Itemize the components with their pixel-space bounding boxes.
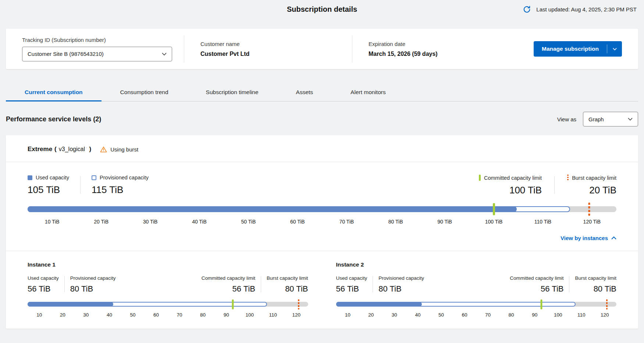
- used-capacity-label: Used capacity: [36, 175, 69, 181]
- manage-subscription-caret-button[interactable]: [607, 41, 622, 57]
- burst-warning-text: Using burst: [110, 146, 138, 153]
- burst-limit-metric: Burst capacity limit 20 TiB: [567, 175, 616, 196]
- axis-tick: 90: [214, 312, 238, 318]
- view-as-select[interactable]: Graph: [583, 112, 638, 126]
- paren-close: ): [89, 146, 92, 153]
- axis-tick: 60 TiB: [273, 219, 322, 225]
- axis-tick: 80: [499, 312, 523, 318]
- divider: [261, 276, 261, 292]
- manage-subscription-button[interactable]: Manage subscription: [534, 41, 607, 57]
- paren-open: (: [54, 146, 57, 153]
- axis-tick: 120: [593, 312, 617, 318]
- service-level-card: Extreme ( v3_logical ˋ ) Using burst Use…: [6, 135, 638, 329]
- instance-committed-stat: Committed capacity limit 56 TiB: [202, 275, 255, 294]
- chevron-down-icon: [628, 118, 633, 121]
- burst-limit-swatch-icon: [567, 175, 569, 181]
- committed-limit-value: 100 TiB: [479, 185, 542, 196]
- used-capacity-bar: [28, 206, 517, 212]
- last-updated-text: Last updated: Aug 4, 2025, 2:30 PM PST: [536, 6, 637, 12]
- manage-subscription-split-button: Manage subscription: [534, 41, 622, 57]
- used-capacity-bar: [336, 302, 422, 307]
- section-title: Performance service levels (2): [6, 115, 557, 123]
- provisioned-capacity-swatch-icon: [92, 175, 96, 180]
- instance-capacity-bar: [28, 302, 308, 307]
- axis-tick: 50 TiB: [224, 219, 273, 225]
- performance-section-header: Performance service levels (2) View as G…: [6, 112, 638, 126]
- axis-tick: 70: [476, 312, 500, 318]
- view-by-instances-link[interactable]: View by instances: [561, 235, 616, 241]
- committed-limit-marker: [540, 299, 542, 309]
- capacity-axis: 10 TiB 20 TiB 30 TiB 40 TiB 50 TiB 60 Ti…: [28, 219, 616, 225]
- instance-burst-stat: Burst capacity limit 80 TiB: [575, 275, 616, 294]
- committed-limit-marker: [493, 203, 495, 215]
- customer-name-label: Customer name: [200, 41, 352, 47]
- axis-tick: 80 TiB: [371, 219, 420, 225]
- tab-alert-monitors[interactable]: Alert monitors: [332, 85, 405, 101]
- axis-tick: 20: [51, 312, 75, 318]
- divider: [80, 176, 81, 194]
- tab-current-consumption[interactable]: Current consumption: [6, 85, 102, 101]
- instance-panel-2: Instance 2 Used capacity 56 TiB Provisio…: [336, 261, 617, 318]
- axis-tick: 100 TiB: [469, 219, 518, 225]
- tab-subscription-timeline[interactable]: Subscription timeline: [187, 85, 277, 101]
- axis-tick: 10: [336, 312, 360, 318]
- page-title: Subscription details: [287, 5, 357, 14]
- axis-tick: 90 TiB: [420, 219, 469, 225]
- axis-tick: 20 TiB: [77, 219, 125, 225]
- axis-tick: 40: [406, 312, 430, 318]
- instance-panel-1: Instance 1 Used capacity 56 TiB Provisio…: [28, 261, 308, 318]
- customer-name-field: Customer name Customer Pvt Ltd: [184, 41, 352, 57]
- tab-assets[interactable]: Assets: [277, 85, 332, 101]
- axis-tick: 120: [285, 312, 308, 318]
- used-capacity-value: 105 TiB: [28, 184, 69, 196]
- axis-tick: 100: [546, 312, 570, 318]
- axis-tick: 120 TiB: [567, 219, 616, 225]
- view-as-control: View as Graph: [557, 112, 638, 126]
- tracking-id-label: Tracking ID (Subscription number): [22, 37, 184, 43]
- instance-title: Instance 2: [336, 261, 617, 268]
- axis-tick: 30: [74, 312, 98, 318]
- warning-icon: [100, 146, 107, 153]
- expiration-date-field: Expiration date March 15, 2026 (59 days): [352, 41, 510, 57]
- burst-limit-value: 20 TiB: [567, 185, 616, 196]
- refresh-button[interactable]: [522, 4, 532, 14]
- axis-tick: 110 TiB: [518, 219, 567, 225]
- instance-capacity-bar: [336, 302, 617, 307]
- tracking-id-select[interactable]: Customer Site B (9876543210): [22, 47, 172, 61]
- divider: [373, 276, 373, 292]
- customer-name-value: Customer Pvt Ltd: [200, 51, 352, 57]
- expiration-date-value: March 15, 2026 (59 days): [369, 51, 510, 57]
- committed-limit-metric: Committed capacity limit 100 TiB: [479, 175, 542, 196]
- axis-tick: 110: [261, 312, 285, 318]
- refresh-icon: [523, 5, 531, 14]
- divider: [64, 276, 65, 292]
- qos-policy-name: v3_logical: [59, 146, 85, 153]
- instance-capacity-axis: 10 20 30 40 50 60 70 80 90 100 110 120: [336, 312, 617, 318]
- instances-section: Instance 1 Used capacity 56 TiB Provisio…: [6, 251, 638, 318]
- axis-tick: 100: [238, 312, 261, 318]
- axis-tick: 30 TiB: [126, 219, 175, 225]
- used-capacity-bar: [28, 302, 113, 307]
- expiration-date-label: Expiration date: [369, 41, 510, 47]
- axis-tick: 40 TiB: [175, 219, 224, 225]
- tab-consumption-trend[interactable]: Consumption trend: [102, 85, 187, 101]
- tab-bar: Current consumption Consumption trend Su…: [6, 85, 638, 101]
- divider: [569, 276, 569, 292]
- tracking-id-value: Customer Site B (9876543210): [28, 51, 104, 57]
- chevron-down-icon: [613, 48, 617, 50]
- committed-limit-label: Committed capacity limit: [484, 175, 542, 181]
- axis-tick: 40: [98, 312, 121, 318]
- used-capacity-metric: Used capacity 105 TiB: [28, 175, 69, 196]
- axis-tick: 80: [191, 312, 215, 318]
- burst-warning: Using burst: [100, 146, 138, 153]
- axis-tick: 60: [145, 312, 168, 318]
- instance-committed-stat: Committed capacity limit 56 TiB: [510, 275, 563, 294]
- axis-tick: 30: [383, 312, 406, 318]
- view-as-value: Graph: [588, 116, 604, 122]
- qos-suffix-mark: ˋ: [86, 147, 87, 151]
- axis-tick: 90: [523, 312, 547, 318]
- used-capacity-swatch-icon: [28, 175, 32, 180]
- instance-capacity-axis: 10 20 30 40 50 60 70 80 90 100 110 120: [28, 312, 308, 318]
- last-updated-area: Last updated: Aug 4, 2025, 2:30 PM PST: [522, 0, 637, 18]
- burst-limit-label: Burst capacity limit: [572, 175, 616, 181]
